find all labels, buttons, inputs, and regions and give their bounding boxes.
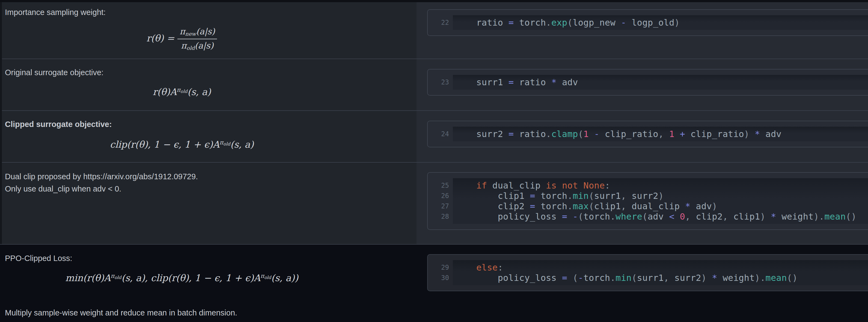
code-block-dual-clip: 25if dual_clip is not None:26 clip1 = to…: [427, 172, 868, 230]
formula-importance-ratio: r(θ) = πnew(a|s)πold(a|s): [0, 26, 364, 52]
annotation-weight-mean: Multiply sample-wise weight and reduce m…: [5, 307, 403, 319]
code-line: 25if dual_clip is not None:: [453, 180, 868, 191]
code-line: 29else:: [453, 262, 868, 273]
annotation-clipped-objective: Clipped surrogate objective:: [5, 118, 403, 131]
section-divider: [0, 162, 868, 163]
line-number: 26: [428, 191, 449, 201]
annotation-importance-sampling: Importance sampling weight:: [5, 6, 403, 19]
line-number: 29: [428, 262, 449, 273]
code-highlight-strip: 23surr1 = ratio * adv: [453, 75, 868, 90]
section-divider: [0, 110, 868, 111]
code-line: 30 policy_loss = (-torch.min(surr1, surr…: [453, 273, 868, 283]
code-highlight-strip: 22ratio = torch.exp(logp_new - logp_old): [453, 15, 868, 30]
line-number: 28: [428, 211, 449, 222]
line-number: 23: [428, 77, 449, 87]
code-highlight-strip: 29else:30 policy_loss = (-torch.min(surr…: [453, 260, 868, 285]
page-top-edge: [0, 0, 868, 2]
code-line: 28 policy_loss = -(torch.where(adv < 0, …: [453, 211, 868, 222]
annotation-original-objective: Original surrogate objective:: [5, 67, 403, 79]
dual-clip-line1: Dual clip proposed by https://arxiv.org/…: [5, 171, 403, 183]
line-number: 27: [428, 201, 449, 211]
code-line: 27 clip2 = torch.max(clip1, dual_clip * …: [453, 201, 868, 211]
annotation-ppo-clipped-loss: PPO-Clipped Loss:: [5, 252, 403, 264]
line-number: 24: [428, 129, 449, 139]
code-line: 23surr1 = ratio * adv: [453, 77, 868, 87]
code-block-surr2: 24surr2 = ratio.clamp(1 - clip_ratio, 1 …: [427, 121, 868, 147]
formula-surrogate-objective: r(θ)Aπold(s, a): [0, 86, 364, 97]
code-block-else: 29else:30 policy_loss = (-torch.min(surr…: [427, 254, 868, 291]
formula-clipped-objective: clip(r(θ), 1 − ϵ, 1 + ϵ)Aπold(s, a): [0, 139, 364, 150]
code-line: 24surr2 = ratio.clamp(1 - clip_ratio, 1 …: [453, 129, 868, 139]
annotated-code-page: Importance sampling weight: r(θ) = πnew(…: [0, 0, 868, 322]
line-number: 25: [428, 180, 449, 191]
dual-clip-line2: Only use dual_clip when adv < 0.: [5, 183, 403, 195]
code-block-ratio: 22ratio = torch.exp(logp_new - logp_old): [427, 9, 868, 36]
code-block-surr1: 23surr1 = ratio * adv: [427, 69, 868, 96]
line-number: 22: [428, 17, 449, 28]
section-divider: [0, 244, 868, 245]
code-line: 22ratio = torch.exp(logp_new - logp_old): [453, 17, 868, 28]
annotation-dual-clip: Dual clip proposed by https://arxiv.org/…: [5, 171, 403, 195]
line-number: 30: [428, 273, 449, 283]
code-highlight-strip: 24surr2 = ratio.clamp(1 - clip_ratio, 1 …: [453, 127, 868, 141]
code-line: 26 clip1 = torch.min(surr1, surr2): [453, 191, 868, 201]
code-highlight-strip: 25if dual_clip is not None:26 clip1 = to…: [453, 178, 868, 224]
formula-ppo-clipped-loss: min(r(θ)Aπold(s, a), clip(r(θ), 1 − ϵ, 1…: [0, 273, 364, 283]
section-divider: [0, 59, 868, 59]
